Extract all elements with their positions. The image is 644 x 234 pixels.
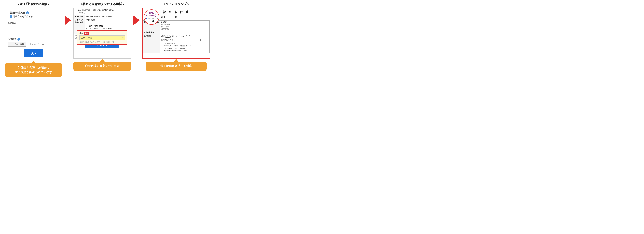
employer-label: 使用者職氏名 [143, 31, 160, 34]
attachment-label-row: 添付書類 i [8, 37, 60, 41]
ts-logo-box [144, 18, 148, 19]
sig-label-text: 署名 [80, 32, 83, 35]
info-icon2[interactable]: i [18, 38, 20, 40]
sig-clear-button[interactable]: × [122, 36, 124, 39]
work-content-value: 営業・販売 [85, 18, 131, 24]
section2-title: ＜署名と同意ボタンによる承諾＞ [80, 2, 125, 6]
ts-logo-row: SEIKO SOLUTIONS [144, 18, 159, 19]
checkbox-checked-icon[interactable]: ✓ [10, 15, 12, 18]
contact-label: 連絡事項 [8, 21, 60, 24]
table-row: 就業の場所 OBC商事 株式会社（東京都新宿区） [74, 15, 131, 18]
checkbox-label: 電子通知を希望する [13, 15, 33, 18]
renew-info: １ 契約更新の有無 自動的に更新 ・ 更新する場合がある ・ 更... ２ 契約… [160, 42, 210, 53]
sig-label-row: 署名 必須 [80, 32, 125, 35]
period-label: 契約期間 [143, 34, 160, 53]
section-notification: ＜電子通知希望の有無＞ 労働条件通知書 i ✓ 電子通知を希望する 連絡事項 添 [4, 2, 64, 77]
contact-textarea[interactable] [8, 25, 60, 35]
address-value: OBC商 東京都新宿区住友不動産...代表取締役... [160, 21, 210, 31]
doc-panel: ・会社の経営状況 ・従事している業務の進捗状況 ・その他（ ） 就業の場所 OB… [74, 8, 131, 58]
address-detail: 東京都新宿区住友不動産...代表取締役... [161, 23, 208, 30]
file-size-note: （最大サイズ：2MB） [28, 43, 46, 46]
arrow1 [64, 2, 72, 25]
workplace-value: OBC商事 株式会社（東京都新宿区） [85, 15, 131, 18]
next-button[interactable]: 次へ [24, 49, 43, 57]
stamp-panel: TIME STAMP ⏱ SEIKO SOLUTIONS 山田 労 働 条 件 [142, 8, 210, 58]
section-signature: ＜署名と同意ボタンによる承諾＞ ・会社の経営状況 ・従事している業務の進捗状況 … [72, 2, 132, 71]
notification-label: 労働条件通知書 [10, 11, 25, 14]
section1-title: ＜電子通知希望の有無＞ [17, 2, 50, 6]
info-icon1[interactable]: i [26, 11, 29, 14]
employer-value [160, 31, 210, 34]
ts-name: 山田 [149, 20, 154, 23]
sig-hint: ご自身の氏名を入力します。 例）山田 一朗 [80, 41, 125, 43]
file-select-row: ファイルの選択 （最大サイズ：2MB） [8, 42, 60, 47]
company-value: OBC商 [161, 21, 208, 23]
callout3: 電子帳簿保存法にも対応 [146, 61, 206, 71]
timestamp-circle: TIME STAMP ⏱ SEIKO SOLUTIONS 山田 [144, 9, 159, 25]
ts-logo-square-blue [146, 18, 148, 19]
form-panel: 労働条件通知書 i ✓ 電子通知を希望する 連絡事項 添付書類 i ファイルの選… [5, 8, 62, 60]
stamp-recipient-suffix: 一月 殿 [168, 16, 177, 18]
period-some-row: 期間の定めあり（ ～ ） [160, 38, 210, 42]
attachment-label: 添付書類 [8, 37, 16, 40]
signature-overlay: 署名 必須 山田 一朗 × ご自身の氏名を入力します。 例）山田 一朗 [77, 30, 128, 45]
red-arrow-icon2 [134, 15, 140, 25]
doc-bullets: ・会社の経営状況 ・従事している業務の進捗状況 ・その他（ ） [74, 8, 131, 15]
workplace-label: 就業の場所 [74, 15, 85, 18]
arrow2 [132, 2, 141, 25]
stamp-name: 山田 [161, 16, 166, 18]
work-time-detail: ①始業（ 9時00分） 終業（17時00分） [86, 27, 130, 29]
section3-title: ＜タイムスタンプ＞ [162, 2, 190, 6]
callout1: 労働者が希望した場合に 電子交付が認められています [5, 63, 62, 77]
section-timestamp: ＜タイムスタンプ＞ TIME STAMP ⏱ SEIKO SOLUTIONS 山 [141, 2, 211, 71]
ts-logo-square-red [144, 18, 146, 19]
main-container: ＜電子通知希望の有無＞ 労働条件通知書 i ✓ 電子通知を希望する 連絡事項 添 [0, 0, 215, 79]
sig-name-value: 山田 一朗 [81, 36, 122, 39]
stamp-doc-title: 労 働 条 件 通 [161, 9, 208, 15]
file-select-button[interactable]: ファイルの選択 [8, 42, 26, 47]
sig-input-row[interactable]: 山田 一朗 × [80, 35, 125, 40]
table-row: 使用者職氏名 [143, 31, 210, 34]
notification-box: 労働条件通知書 i ✓ 電子通知を希望する [8, 10, 60, 19]
period-none-row: 期間の定めなし （ 2020年 4月 1日 ～） [160, 34, 210, 38]
ts-logo-text: SEIKO SOLUTIONS [148, 18, 159, 19]
stamp-doc-content: 労 働 条 件 通 [160, 8, 210, 15]
required-badge: 必須 [84, 32, 89, 35]
stamp-doc-table: 事業場名称・所在地 OBC商 東京都新宿区住友不動産...代表取締役... 使用… [142, 20, 210, 53]
work-content-label: 従事すべき業務の内容 [74, 18, 85, 24]
ts-time-text: TIME [149, 12, 154, 14]
work-time-header: １ 始業・終業の時刻等 [86, 25, 130, 27]
ts-stamp-text: STAMP [146, 14, 154, 17]
table-row: 従事すべき業務の内容 営業・販売 [74, 18, 131, 24]
period-none-circle: 期間の定めなし [161, 35, 174, 37]
ts-clock-icon: ⏱ [154, 14, 157, 17]
red-arrow-icon1 [65, 15, 71, 25]
callout2: 合意形成の事実を残します [74, 61, 131, 71]
table-row: 契約期間 期間の定めなし （ 2020年 4月 1日 ～） [143, 34, 210, 38]
